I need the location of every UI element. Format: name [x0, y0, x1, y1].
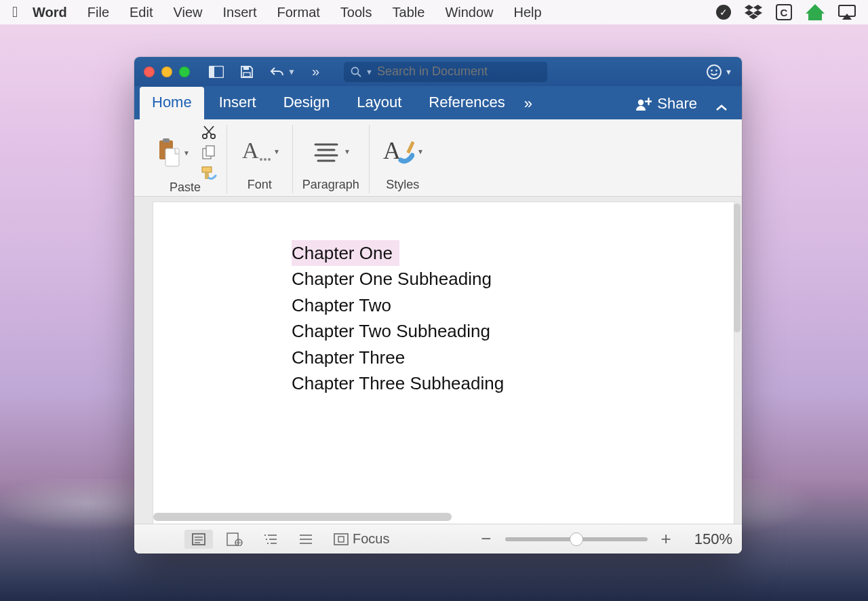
qat-overflow-icon[interactable]: »	[309, 62, 323, 81]
menu-tools[interactable]: Tools	[340, 5, 372, 20]
group-styles: A ▼ Styles	[369, 125, 436, 193]
focus-mode-button[interactable]: Focus	[327, 528, 396, 549]
search-input[interactable]	[377, 64, 540, 79]
tabs-overflow-icon[interactable]: »	[520, 88, 536, 119]
horizontal-scrollbar[interactable]	[153, 513, 452, 521]
ribbon: ▼ Paste A ▼ Font	[134, 119, 742, 197]
view-outline-icon[interactable]	[256, 530, 285, 549]
svg-point-24	[211, 134, 215, 138]
svg-rect-21	[163, 138, 170, 142]
svg-marker-5	[806, 4, 825, 20]
svg-point-33	[264, 158, 267, 161]
svg-rect-11	[243, 73, 250, 77]
svg-rect-10	[243, 66, 249, 70]
view-print-layout-icon[interactable]	[184, 530, 213, 549]
menu-table[interactable]: Table	[393, 5, 425, 20]
svg-rect-40	[406, 141, 414, 153]
zoom-slider-thumb[interactable]	[570, 532, 583, 546]
zoom-in-button[interactable]: +	[654, 528, 678, 549]
zoom-out-button[interactable]: −	[474, 528, 498, 549]
tab-references[interactable]: References	[416, 87, 517, 119]
menu-window[interactable]: Window	[445, 5, 493, 20]
word-window: ▼ » ▼ ▼ Home Insert Design Layout Refere…	[134, 57, 742, 554]
svg-point-16	[715, 69, 717, 71]
document-line[interactable]: Chapter Three	[292, 347, 405, 368]
group-label-paragraph: Paragraph	[302, 178, 359, 193]
paste-button[interactable]: ▼	[153, 136, 193, 169]
document-line[interactable]: Chapter One Subheading	[292, 269, 492, 289]
zoom-slider[interactable]	[505, 537, 648, 541]
font-button[interactable]: A ▼	[237, 136, 283, 166]
paragraph-button[interactable]: ▼	[309, 138, 353, 165]
menu-insert[interactable]: Insert	[222, 5, 256, 20]
document-line[interactable]: Chapter Two Subheading	[292, 321, 490, 341]
share-label: Share	[657, 95, 697, 113]
vertical-scrollbar[interactable]	[734, 203, 741, 332]
qat-sidebar-icon[interactable]	[206, 64, 226, 79]
svg-rect-29	[202, 167, 212, 172]
tray-dropbox-icon[interactable]	[745, 5, 762, 20]
window-titlebar: ▼ » ▼ ▼	[134, 57, 742, 86]
group-font: A ▼ Font	[226, 125, 292, 193]
styles-button[interactable]: A ▼	[379, 136, 427, 167]
group-clipboard: ▼ Paste	[144, 125, 226, 193]
svg-marker-1	[753, 5, 762, 10]
menu-help[interactable]: Help	[514, 5, 542, 20]
group-label-paste: Paste	[170, 180, 201, 196]
view-draft-icon[interactable]	[292, 530, 320, 549]
group-label-font: Font	[248, 178, 272, 193]
svg-point-14	[707, 65, 721, 79]
svg-text:A: A	[242, 138, 259, 163]
document-line[interactable]: Chapter Three Subheading	[292, 373, 504, 393]
svg-marker-0	[745, 5, 753, 10]
tray-airplay-icon[interactable]	[838, 5, 856, 20]
window-minimize-button[interactable]	[161, 66, 172, 77]
cut-icon[interactable]	[201, 125, 216, 140]
window-zoom-button[interactable]	[179, 66, 190, 77]
document-line[interactable]: Chapter Two	[292, 295, 391, 315]
apple-menu-icon[interactable]: 	[12, 3, 18, 21]
tab-design[interactable]: Design	[271, 87, 342, 119]
tab-layout[interactable]: Layout	[344, 87, 414, 119]
tab-insert[interactable]: Insert	[207, 87, 269, 119]
document-page[interactable]: Chapter OneChapter One SubheadingChapter…	[153, 202, 734, 524]
copy-icon[interactable]	[201, 145, 216, 160]
svg-rect-22	[165, 149, 179, 166]
format-painter-icon[interactable]	[201, 166, 217, 180]
tray-home-icon[interactable]	[806, 4, 825, 20]
status-bar: Focus − + 150%	[134, 524, 742, 554]
menu-view[interactable]: View	[173, 5, 202, 20]
group-paragraph: ▼ Paragraph	[292, 125, 369, 193]
search-in-document[interactable]: ▼	[344, 62, 547, 82]
focus-label: Focus	[353, 531, 389, 547]
qat-save-icon[interactable]	[237, 64, 256, 80]
document-line[interactable]: Chapter One	[292, 240, 399, 266]
svg-rect-45	[227, 533, 238, 545]
svg-point-32	[260, 158, 262, 161]
svg-rect-9	[210, 66, 214, 77]
tray-c-icon[interactable]: C	[776, 4, 792, 20]
svg-point-17	[638, 100, 644, 105]
share-button[interactable]: Share	[629, 88, 704, 119]
menu-edit[interactable]: Edit	[130, 5, 153, 20]
document-area: Chapter OneChapter One SubheadingChapter…	[134, 197, 742, 524]
feedback-smile-button[interactable]: ▼	[706, 64, 732, 80]
svg-text:A: A	[383, 137, 401, 164]
group-label-styles: Styles	[386, 178, 419, 193]
view-web-layout-icon[interactable]	[220, 530, 250, 549]
macos-menubar:  Word File Edit View Insert Format Tool…	[0, 0, 868, 24]
menu-format[interactable]: Format	[277, 5, 320, 20]
svg-point-15	[711, 69, 713, 71]
svg-line-13	[358, 73, 361, 77]
svg-rect-57	[338, 537, 344, 542]
qat-undo-icon[interactable]: ▼	[267, 64, 298, 79]
tray-check-icon[interactable]: ✓	[716, 5, 731, 20]
app-menu[interactable]: Word	[33, 5, 67, 20]
tab-home[interactable]: Home	[140, 87, 204, 119]
svg-rect-56	[334, 534, 348, 545]
menu-file[interactable]: File	[87, 5, 109, 20]
collapse-ribbon-icon[interactable]	[707, 96, 736, 119]
svg-point-23	[203, 134, 207, 138]
zoom-value[interactable]: 150%	[694, 530, 732, 548]
window-close-button[interactable]	[144, 66, 155, 77]
